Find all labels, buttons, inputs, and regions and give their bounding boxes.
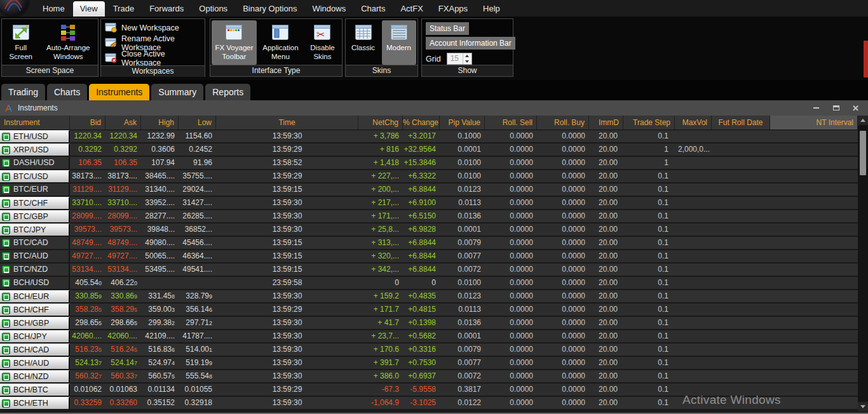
account-information-bar-toggle[interactable]: Account Information Bar [426, 37, 515, 50]
menu-tab-home[interactable]: Home [36, 1, 72, 17]
menu-tab-binary-options[interactable]: Binary Options [236, 1, 304, 17]
column-header-roll-sell[interactable]: Roll. Sell [485, 116, 537, 130]
status-bar-toggle[interactable]: Status Bar [426, 22, 469, 35]
table-row[interactable]: BTC/NZD53134....53134....53495....49541.… [0, 264, 858, 277]
grid-spinner-down-button[interactable] [463, 59, 471, 65]
grid-spinner-value[interactable]: 15 [447, 53, 463, 64]
table-row[interactable]: BCH/AUD524.137524.147524.974519.19913:59… [0, 357, 858, 370]
column-header-nt-interval[interactable]: NT Interval [770, 116, 858, 130]
group-label-screen-space: Screen Space [2, 65, 98, 76]
roll-buy-cell: 0.0000 [537, 317, 589, 329]
table-row[interactable]: BCH/GBP298.655298.665299.382297.71213:59… [0, 317, 858, 330]
ask-cell-value: 0.3292 [114, 145, 137, 154]
bid-cell-value: 31129.... [72, 185, 102, 194]
trade-step-cell: 0.1 [623, 277, 675, 289]
scrollbar-thumb[interactable] [860, 131, 866, 175]
menu-tab-view[interactable]: View [73, 1, 105, 17]
immd-cell: 20.00 [589, 250, 623, 262]
minimize-button[interactable] [806, 102, 826, 114]
workspace-tab-reports[interactable]: Reports [205, 84, 250, 100]
bid-cell: 298.655 [70, 317, 105, 329]
instrument-name: BTC/CAD [13, 237, 48, 249]
table-row[interactable]: BTC/JPY39573...39573...39848...36852...1… [0, 224, 858, 237]
maxvol-cell: 2,000,0... [675, 144, 712, 156]
menu-tab-actfx[interactable]: ActFX [393, 1, 430, 17]
column-header-netchg[interactable]: NetChg [358, 116, 403, 130]
column-header-maxvol[interactable]: MaxVol [675, 116, 712, 130]
new-workspace-button[interactable]: New Workspace [105, 20, 203, 35]
scroll-up-button[interactable] [858, 116, 868, 125]
grid-spinner-up-button[interactable] [463, 53, 471, 59]
table-row[interactable]: BTC/CAD48749....48749....49080....45456.… [0, 237, 858, 250]
window-title-icon [4, 104, 13, 113]
trade-step-cell: 0.1 [623, 237, 675, 249]
table-row[interactable]: BCH/JPY42060....42060....42109....41787.… [0, 330, 858, 344]
table-row[interactable]: BTC/CHF33710....33710....33952....31427.… [0, 197, 858, 210]
modern-skin-button[interactable]: Modern [382, 20, 416, 65]
menu-tab-charts[interactable]: Charts [354, 1, 392, 17]
workspace-tab-trading[interactable]: Trading [1, 84, 45, 100]
menu-tab-fxapps[interactable]: FXApps [431, 1, 475, 17]
nt-interval-cell [770, 317, 858, 329]
application-menu-button[interactable]: Application Menu [258, 20, 303, 65]
column-header-roll-buy[interactable]: Roll. Buy [537, 116, 589, 130]
menu-tab-forwards[interactable]: Forwards [142, 1, 191, 17]
workspace-tab-charts[interactable]: Charts [47, 84, 87, 100]
auto-arrange-windows-button[interactable]: Auto-Arrange Windows [40, 20, 97, 65]
table-row[interactable]: BCH/USD405.540406.22023:59:58000.01000.0… [0, 277, 858, 290]
grid-spinner[interactable]: 15 [447, 53, 472, 65]
table-row[interactable]: BTC/AUD49727....49727....50065....46364.… [0, 250, 858, 264]
table-row[interactable]: XRP/USD0.32920.32920.36060.245213:59:29+… [0, 144, 858, 157]
time-cell: 13:59:30 [216, 210, 358, 222]
high-cell: 299.382 [141, 317, 179, 329]
maxvol-cell [675, 370, 712, 382]
menu-tab-windows[interactable]: Windows [305, 1, 353, 17]
column-header-instrument[interactable]: Instrument [0, 116, 70, 130]
classic-skin-button[interactable]: Classic [348, 20, 379, 65]
disable-skins-button[interactable]: ✂ Disable Skins [304, 20, 341, 65]
column-header-time[interactable]: Time [216, 116, 358, 130]
vertical-scrollbar[interactable] [858, 116, 868, 411]
table-row[interactable]: BTC/EUR31129....31129....31340....29024.… [0, 184, 858, 197]
column-header-high[interactable]: High [141, 116, 179, 130]
bid-cell-pip-digit: 0 [98, 280, 102, 286]
table-row[interactable]: BTC/USD38173....38173....38465....35755.… [0, 170, 858, 184]
maximize-button[interactable] [826, 102, 846, 114]
menu-tab-help[interactable]: Help [476, 1, 507, 17]
close-active-workspace-button[interactable]: Close Active Workspace [105, 51, 203, 65]
table-row[interactable]: BCH/EUR330.859330.869331.458328.79913:59… [0, 290, 858, 304]
column-header-bid[interactable]: Bid [70, 116, 105, 130]
column-header-pip-value[interactable]: Pip Value [440, 116, 485, 130]
column-header-trade-step[interactable]: Trade Step [623, 116, 675, 130]
table-row[interactable]: BCH/NZD560.327560.337560.575555.54813:59… [0, 370, 858, 384]
high-cell-value: 0.3606 [151, 145, 175, 154]
menu-tab-trade[interactable]: Trade [106, 1, 141, 17]
instrument-name: BTC/GBP [13, 211, 48, 223]
time-cell: 13:59:30 [216, 357, 358, 369]
full-screen-button[interactable]: Full Screen [3, 20, 39, 65]
roll-buy-cell: 0.0000 [537, 170, 589, 182]
column-header-ask[interactable]: Ask [105, 116, 141, 130]
column-header-low[interactable]: Low [179, 116, 216, 130]
workspace-tab-summary[interactable]: Summary [151, 84, 203, 100]
table-row[interactable]: BTC/GBP28099....28099....28277....26285.… [0, 210, 858, 224]
table-row[interactable]: ETH/USD1220.341220.341232.991154.6013:59… [0, 130, 858, 144]
maxvol-cell [675, 304, 712, 316]
workspace-tab-instruments[interactable]: Instruments [89, 84, 149, 100]
table-row[interactable]: DASH/USD106.35106.35107.9491.9613:58:52+… [0, 157, 858, 170]
high-cell-value: 299.38 [148, 318, 172, 327]
column-header-change[interactable]: % Change [403, 116, 440, 130]
bid-cell: 28099.... [70, 210, 105, 222]
table-row[interactable]: BCH/CAD516.235516.245516.836514.00113:59… [0, 344, 858, 357]
low-cell-value: 31427.... [182, 198, 212, 207]
column-header-fut-roll-date[interactable]: Fut Roll Date [712, 116, 770, 130]
fx-voyager-toolbar-button[interactable]: FX Voyager Toolbar [212, 20, 257, 65]
scroll-down-button[interactable] [858, 402, 868, 411]
close-button[interactable]: ✕ [846, 102, 865, 114]
ask-cell: 48749.... [105, 237, 141, 249]
percent-change-cell: +6.8844 [403, 237, 440, 249]
rename-active-workspace-button[interactable]: Rename Active Workspace [105, 36, 203, 50]
menu-tab-options[interactable]: Options [192, 1, 234, 17]
table-row[interactable]: BCH/CHF358.285358.295359.003356.14613:59… [0, 304, 858, 317]
column-header-immd[interactable]: ImmD [589, 116, 623, 130]
